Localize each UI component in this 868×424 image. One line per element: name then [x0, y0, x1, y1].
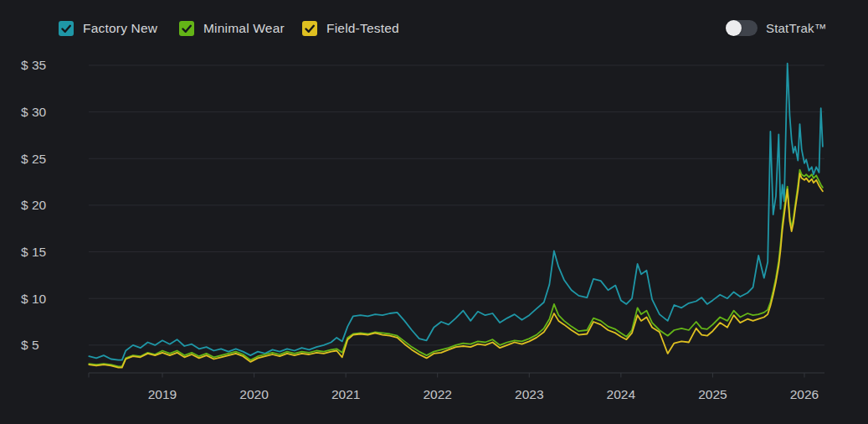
series-line-minimal-wear [89, 170, 823, 367]
y-axis-label: $ 5 [21, 338, 39, 352]
x-axis-label: 2020 [239, 387, 269, 401]
x-axis-label: 2023 [515, 387, 543, 401]
series-line-field-tested [89, 173, 823, 368]
series-line-factory-new [89, 64, 823, 360]
x-axis-label: 2026 [790, 387, 819, 401]
y-axis-label: $ 25 [21, 152, 46, 166]
y-axis-label: $ 15 [21, 245, 46, 259]
x-axis-label: 2021 [331, 387, 360, 401]
x-axis-label: 2024 [607, 387, 636, 401]
y-axis-label: $ 35 [21, 58, 46, 72]
x-axis-label: 2022 [423, 387, 451, 401]
y-axis-label: $ 30 [21, 105, 47, 119]
x-axis-label: 2019 [148, 387, 177, 401]
y-axis-label: $ 10 [21, 292, 47, 306]
x-axis-label: 2025 [698, 387, 727, 401]
price-chart[interactable]: $ 5$ 10$ 15$ 20$ 25$ 30$ 352019202020212… [0, 0, 868, 424]
y-axis-label: $ 20 [21, 198, 47, 212]
